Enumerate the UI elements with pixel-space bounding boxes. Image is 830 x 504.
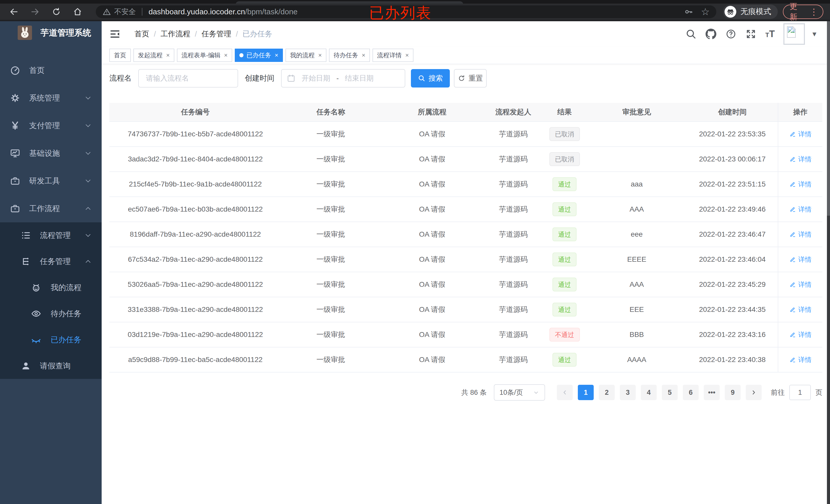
start-date-input[interactable]: [295, 74, 337, 82]
process-cell: OA 请假: [380, 280, 484, 289]
process-name-input[interactable]: [138, 69, 238, 88]
sidebar-item-devtools-label: 研发工具: [29, 176, 60, 186]
caret-down-icon[interactable]: ▼: [811, 30, 818, 38]
tab-my-process[interactable]: 我的流程×: [285, 48, 326, 62]
detail-label: 详情: [798, 355, 811, 364]
column-header: 审批意见: [586, 107, 687, 117]
logo[interactable]: 芋道管理系统: [0, 21, 102, 44]
edit-pen-icon: [789, 156, 796, 163]
tab-start-process[interactable]: 发起流程×: [133, 48, 174, 62]
starter-cell: 芋道源码: [484, 255, 542, 264]
date-range-picker[interactable]: -: [281, 69, 405, 88]
close-icon[interactable]: ×: [166, 52, 170, 59]
page-button-6[interactable]: 6: [683, 385, 699, 400]
avatar[interactable]: [784, 23, 805, 45]
detail-button[interactable]: 详情: [789, 230, 811, 239]
process-cell: OA 请假: [380, 305, 484, 314]
close-icon[interactable]: ×: [362, 52, 365, 59]
column-header: 所属流程: [380, 107, 484, 117]
sidebar-item-home[interactable]: 首页: [0, 57, 102, 84]
table-row: 215cf4e5-7b9b-11ec-9a1b-acde48001122一级审批…: [109, 172, 822, 197]
sidebar-item-system-label: 系统管理: [29, 93, 60, 103]
filter-form: 流程名 创建时间 - 搜索 重置: [109, 69, 822, 88]
task-id-cell: 03d1219e-7b9a-11ec-a290-acde48001122: [109, 331, 281, 339]
sidebar-item-system[interactable]: 系统管理: [0, 84, 102, 112]
update-button[interactable]: 更新 ⋮: [783, 5, 823, 19]
breadcrumb-item[interactable]: 工作流程: [161, 29, 190, 39]
more-pages-button[interactable]: •••: [704, 385, 720, 400]
sidebar-item-my-process[interactable]: 我的流程: [0, 274, 102, 301]
prev-page-button[interactable]: [557, 385, 573, 400]
sidebar-item-task-mgmt[interactable]: 任务管理: [0, 248, 102, 274]
detail-button[interactable]: 详情: [789, 280, 811, 289]
starter-cell: 芋道源码: [484, 204, 542, 214]
page-button-3[interactable]: 3: [620, 385, 636, 400]
task-id-cell: 3adac3d2-7b9d-11ec-8404-acde48001122: [109, 155, 281, 163]
gear-icon: [10, 93, 21, 103]
sidebar-item-devtools[interactable]: 研发工具: [0, 167, 102, 195]
detail-button[interactable]: 详情: [789, 330, 811, 339]
close-icon[interactable]: ×: [275, 52, 278, 59]
create-time-cell: 2022-01-22 23:49:46: [687, 205, 778, 213]
bookmark-star-icon[interactable]: ☆: [701, 7, 710, 16]
tab-done-tasks[interactable]: 已办任务×: [235, 48, 283, 62]
sidebar-item-todo-tasks[interactable]: 待办任务: [0, 301, 102, 327]
scrollbar-thumb[interactable]: [827, 21, 830, 216]
fullscreen-icon[interactable]: [745, 29, 756, 39]
detail-button[interactable]: 详情: [789, 180, 811, 189]
sidebar-item-workflow[interactable]: 工作流程: [0, 195, 102, 222]
result-badge: 通过: [552, 277, 577, 292]
github-icon[interactable]: [706, 29, 716, 39]
page-button-2[interactable]: 2: [599, 385, 615, 400]
chevron-left-icon: [562, 389, 568, 396]
result-badge: 通过: [552, 202, 577, 216]
browser-home-icon[interactable]: [70, 5, 85, 19]
page-button-1[interactable]: 1: [578, 385, 594, 400]
breadcrumb-item[interactable]: 首页: [134, 29, 149, 39]
detail-button[interactable]: 详情: [789, 130, 811, 139]
sidebar-item-infra[interactable]: 基础设施: [0, 139, 102, 167]
goto-page-input[interactable]: [789, 385, 811, 400]
sidebar-item-done-tasks[interactable]: 已办任务: [0, 327, 102, 353]
page-scrollbar[interactable]: [827, 21, 830, 504]
page-button-9[interactable]: 9: [725, 385, 741, 400]
sidebar-item-payment[interactable]: 支付管理: [0, 112, 102, 139]
tab-process-detail[interactable]: 流程详情×: [373, 48, 413, 62]
end-date-input[interactable]: [339, 74, 380, 82]
search-icon[interactable]: [685, 29, 696, 39]
next-page-button[interactable]: [746, 385, 762, 400]
column-header: 操作: [778, 103, 822, 121]
help-icon[interactable]: [726, 29, 736, 39]
page-button-5[interactable]: 5: [662, 385, 678, 400]
detail-button[interactable]: 详情: [789, 255, 811, 264]
font-size-icon[interactable]: TT: [765, 29, 775, 39]
sidebar-item-process-mgmt[interactable]: 流程管理: [0, 222, 102, 248]
page-size-select[interactable]: 10条/页: [494, 384, 545, 401]
tab-form-edit[interactable]: 流程表单-编辑×: [177, 48, 232, 62]
detail-button[interactable]: 详情: [789, 205, 811, 214]
sidebar-collapse-icon[interactable]: [109, 28, 121, 40]
password-key-icon[interactable]: [684, 7, 693, 16]
process-cell: OA 请假: [380, 204, 484, 214]
task-name-cell: 一级审批: [281, 230, 380, 239]
reset-button[interactable]: 重置: [454, 69, 487, 88]
close-icon[interactable]: ×: [405, 52, 409, 59]
breadcrumb-item[interactable]: 任务管理: [201, 29, 231, 39]
chevron-down-icon: [84, 177, 92, 185]
detail-button[interactable]: 详情: [789, 155, 811, 164]
tab-todo-tasks[interactable]: 待办任务×: [329, 48, 370, 62]
browser-forward-icon[interactable]: [28, 5, 42, 19]
detail-button[interactable]: 详情: [789, 305, 811, 314]
sidebar-item-leave-query[interactable]: 请假查询: [0, 353, 102, 379]
close-icon[interactable]: ×: [224, 52, 228, 59]
search-button[interactable]: 搜索: [411, 69, 450, 88]
process-cell: OA 请假: [380, 355, 484, 365]
browser-reload-icon[interactable]: [49, 5, 63, 19]
tab-home[interactable]: 首页: [109, 48, 131, 62]
sidebar-item-task-mgmt-label: 任务管理: [40, 256, 71, 267]
close-icon[interactable]: ×: [318, 52, 322, 59]
detail-button[interactable]: 详情: [789, 355, 811, 364]
page-button-4[interactable]: 4: [641, 385, 657, 400]
browser-menu-icon[interactable]: ⋮: [809, 7, 818, 16]
browser-back-icon[interactable]: [7, 5, 21, 19]
